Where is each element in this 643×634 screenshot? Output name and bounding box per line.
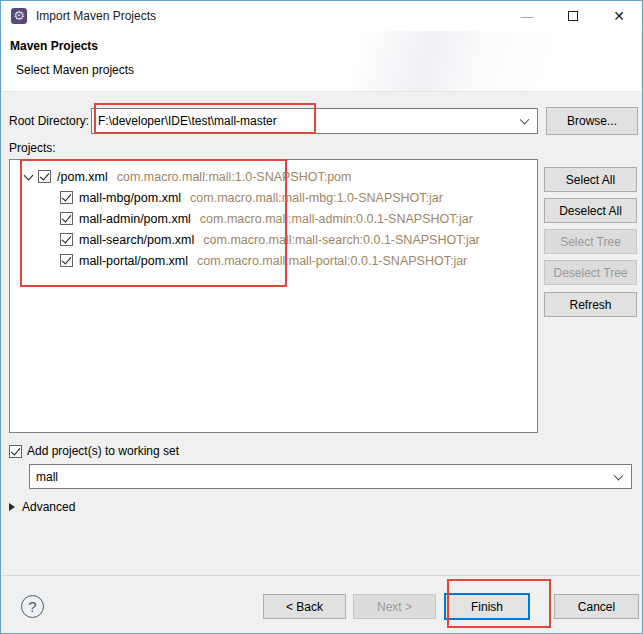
advanced-label: Advanced	[22, 500, 75, 514]
help-button[interactable]: ?	[21, 595, 44, 618]
project-checkbox[interactable]	[60, 233, 73, 246]
working-set-label: Add project(s) to working set	[27, 444, 179, 458]
project-gav: com.macro.mall:mall-admin:0.0.1-SNAPSHOT…	[200, 212, 473, 226]
close-icon: ✕	[613, 8, 625, 24]
close-button[interactable]: ✕	[596, 1, 642, 31]
select-tree-button: Select Tree	[544, 229, 637, 254]
working-set-value: mall	[36, 470, 58, 484]
project-checkbox[interactable]	[38, 170, 51, 183]
refresh-button[interactable]: Refresh	[544, 292, 637, 317]
deselect-all-button[interactable]: Deselect All	[544, 198, 637, 223]
project-checkbox[interactable]	[60, 212, 73, 225]
project-checkbox[interactable]	[60, 191, 73, 204]
working-set-checkbox[interactable]	[9, 445, 22, 458]
chevron-down-icon[interactable]	[520, 115, 530, 125]
root-directory-combo[interactable]: F:\developer\IDE\test\mall-master	[91, 108, 538, 134]
tree-row[interactable]: mall-search/pom.xml com.macro.mall:mall-…	[10, 229, 537, 250]
tree-row[interactable]: mall-portal/pom.xml com.macro.mall:mall-…	[10, 250, 537, 271]
maximize-button[interactable]	[550, 1, 596, 31]
project-name: mall-search/pom.xml	[79, 233, 194, 247]
browse-button[interactable]: Browse...	[546, 107, 638, 135]
tree-row[interactable]: mall-mbg/pom.xml com.macro.mall:mall-mbg…	[10, 187, 537, 208]
working-set-checkbox-row[interactable]: Add project(s) to working set	[9, 444, 179, 458]
project-name: mall-portal/pom.xml	[79, 254, 188, 268]
footer-separator	[2, 575, 641, 576]
chevron-down-icon[interactable]	[614, 470, 624, 480]
back-button[interactable]: < Back	[263, 594, 346, 619]
finish-button[interactable]: Finish	[444, 593, 530, 620]
titlebar[interactable]: ⚙ Import Maven Projects — ✕	[1, 1, 642, 31]
expander-chevron-icon[interactable]	[22, 169, 38, 185]
cancel-button[interactable]: Cancel	[554, 594, 639, 619]
projects-tree[interactable]: /pom.xml com.macro.mall:mall:1.0-SNAPSHO…	[9, 159, 538, 433]
working-set-combo[interactable]: mall	[29, 464, 632, 489]
import-maven-projects-dialog: ⚙ Import Maven Projects — ✕ Maven Projec…	[0, 0, 643, 634]
wizard-banner: Maven Projects Select Maven projects	[2, 31, 641, 92]
project-checkbox[interactable]	[60, 254, 73, 267]
deselect-tree-button: Deselect Tree	[544, 260, 637, 285]
select-all-button[interactable]: Select All	[544, 167, 637, 192]
project-name: mall-admin/pom.xml	[79, 212, 191, 226]
project-gav: com.macro.mall:mall-mbg:1.0-SNAPSHOT:jar	[190, 191, 443, 205]
advanced-expander[interactable]: Advanced	[9, 500, 75, 514]
eclipse-import-wizard-icon: ⚙	[11, 8, 27, 24]
root-directory-value: F:\developer\IDE\test\mall-master	[98, 114, 277, 128]
next-button: Next >	[353, 594, 436, 619]
triangle-right-icon	[9, 503, 15, 511]
root-directory-label: Root Directory:	[9, 114, 89, 128]
wizard-subtitle: Select Maven projects	[16, 63, 134, 77]
window-controls: — ✕	[504, 1, 642, 31]
window-title: Import Maven Projects	[36, 9, 156, 23]
minimize-icon: —	[521, 9, 534, 24]
minimize-button: —	[504, 1, 550, 31]
project-name: mall-mbg/pom.xml	[79, 191, 181, 205]
project-gav: com.macro.mall:mall-search:0.0.1-SNAPSHO…	[203, 233, 479, 247]
wizard-title: Maven Projects	[10, 39, 98, 53]
tree-row[interactable]: /pom.xml com.macro.mall:mall:1.0-SNAPSHO…	[10, 166, 537, 187]
maximize-icon	[568, 11, 578, 21]
project-gav: com.macro.mall:mall:1.0-SNAPSHOT:pom	[117, 170, 352, 184]
project-name: /pom.xml	[57, 170, 108, 184]
help-icon: ?	[28, 598, 36, 615]
projects-label: Projects:	[9, 141, 56, 155]
tree-row[interactable]: mall-admin/pom.xml com.macro.mall:mall-a…	[10, 208, 537, 229]
project-gav: com.macro.mall:mall-portal:0.0.1-SNAPSHO…	[197, 254, 467, 268]
